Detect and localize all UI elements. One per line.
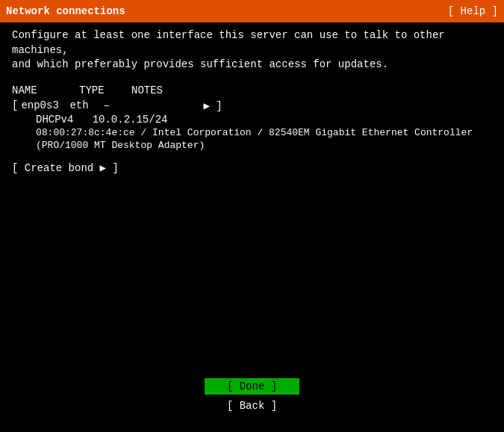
description-line1: Configure at least one interface this se…	[12, 28, 492, 58]
content-area: Configure at least one interface this se…	[0, 22, 504, 432]
col-header-name: NAME	[12, 84, 64, 96]
dhcp-spacer	[80, 114, 86, 126]
screen: Network connections [ Help ] Configure a…	[0, 0, 504, 432]
dhcp-label: DHCPv4	[36, 114, 73, 126]
bottom-buttons: [ Done ] [ Back ]	[12, 378, 492, 426]
col-header-notes: NOTES	[131, 84, 176, 96]
dhcp-value: 10.0.2.15/24	[93, 114, 168, 126]
bracket-left: [	[12, 99, 18, 111]
interface-main: [ enp0s3 eth – ▶ ]	[12, 99, 492, 112]
interface-dash: –	[103, 99, 200, 111]
done-button[interactable]: [ Done ]	[205, 378, 299, 395]
model-row: (PRO/1000 MT Desktop Adapter)	[12, 140, 492, 151]
interfaces-section: NAME TYPE NOTES [ enp0s3 eth – ▶ ] DHCPv…	[12, 84, 492, 152]
adapter-model: (PRO/1000 MT Desktop Adapter)	[36, 140, 205, 151]
interface-type: eth	[69, 99, 103, 111]
interface-name: enp0s3	[21, 99, 69, 111]
interface-row[interactable]: [ enp0s3 eth – ▶ ]	[12, 99, 492, 112]
description-line2: and which preferably provides sufficient…	[12, 58, 492, 72]
help-button[interactable]: [ Help ]	[448, 5, 498, 17]
back-button[interactable]: [ Back ]	[205, 398, 299, 414]
title-bar: Network connections [ Help ]	[0, 0, 504, 22]
description: Configure at least one interface this se…	[12, 28, 492, 72]
col-header-type: TYPE	[79, 84, 116, 96]
dhcp-row: DHCPv4 10.0.2.15/24	[12, 114, 492, 126]
mac-address: 08:00:27:8c:4e:ce / Intel Corporation / …	[36, 127, 473, 138]
create-bond-button[interactable]: [ Create bond ▶ ]	[12, 161, 492, 174]
window-title: Network connections	[6, 5, 125, 17]
column-headers: NAME TYPE NOTES	[12, 84, 492, 96]
interface-arrow: ▶ ]	[203, 99, 222, 112]
mac-row: 08:00:27:8c:4e:ce / Intel Corporation / …	[12, 127, 492, 138]
